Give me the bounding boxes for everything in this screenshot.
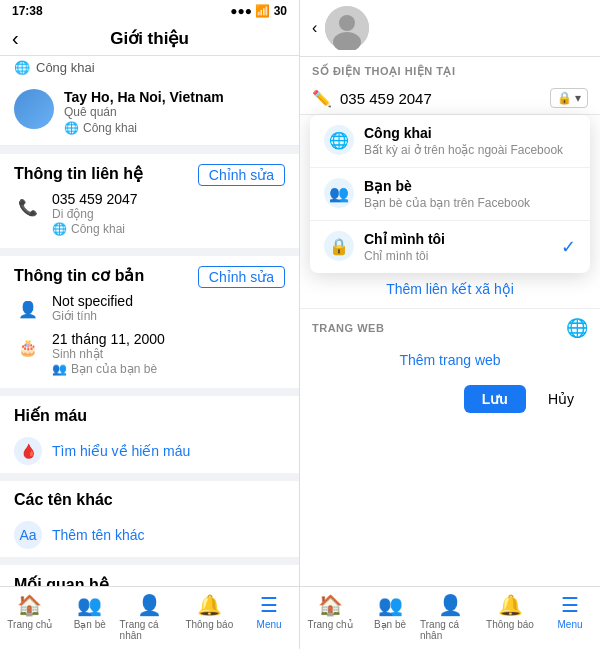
alias-section: Các tên khác Aa Thêm tên khác — [0, 481, 299, 557]
save-button[interactable]: Lưu — [464, 385, 526, 413]
alias-link-row: Aa Thêm tên khác — [14, 517, 285, 553]
nav-notifications[interactable]: 🔔 Thông báo — [179, 593, 239, 641]
privacy-dropdown: 🌐 Công khai Bất kỳ ai ở trên hoặc ngoài … — [310, 115, 590, 273]
globe-icon-small: 🌐 — [64, 121, 79, 135]
nav-home[interactable]: 🏠 Trang chủ — [0, 593, 60, 641]
gender-value: Not specified — [52, 293, 133, 309]
blood-section: Hiến máu 🩸 Tìm hiểu về hiến máu — [0, 396, 299, 473]
status-icons: ●●● 📶 30 — [230, 4, 287, 18]
right-back-button[interactable]: ‹ — [312, 19, 317, 37]
phone-number-display: 035 459 2047 — [340, 90, 542, 107]
gender-row: 👤 Not specified Giới tính — [14, 293, 285, 323]
right-profile-icon: 👤 — [438, 593, 463, 617]
right-nav-friends[interactable]: 👥 Bạn bè — [360, 593, 420, 641]
dropdown-item-friends[interactable]: 👥 Bạn bè Bạn bè của bạn trên Facebook — [310, 168, 590, 221]
nav-notifications-label: Thông báo — [185, 619, 233, 630]
dropdown-arrow: ▾ — [575, 91, 581, 105]
phone-edit-icon[interactable]: ✏️ — [312, 89, 332, 108]
birthday-label: Sinh nhật — [52, 347, 165, 361]
left-header: ‹ Giới thiệu — [0, 22, 299, 56]
only-me-icon: 🔒 — [324, 231, 354, 261]
left-panel: 17:38 ●●● 📶 30 ‹ Giới thiệu 🌐 Công khai … — [0, 0, 300, 649]
relationship-section: Mối quan hệ 🔗 Thêm mối quan hệ — [0, 565, 299, 586]
contact-edit-button[interactable]: Chỉnh sửa — [198, 164, 285, 186]
avatar — [14, 89, 54, 129]
nav-home-label: Trang chủ — [7, 619, 52, 630]
alias-link-icon: Aa — [14, 521, 42, 549]
public-icon: 🌐 — [324, 125, 354, 155]
friends-privacy-icon: 👥 — [324, 178, 354, 208]
nav-friends[interactable]: 👥 Bạn bè — [60, 593, 120, 641]
right-nav-profile[interactable]: 👤 Trang cá nhân — [420, 593, 480, 641]
section-divider-3 — [0, 388, 299, 396]
globe-icon: 🌐 — [14, 60, 30, 75]
section-divider-2 — [0, 248, 299, 256]
blood-link-text[interactable]: Tìm hiểu về hiến máu — [52, 443, 190, 459]
privacy-badge[interactable]: 🔒 ▾ — [550, 88, 588, 108]
phone-privacy: 🌐 Công khai — [52, 222, 138, 236]
right-nav-notifications-label: Thông báo — [486, 619, 534, 630]
friends-icon: 👥 — [77, 593, 102, 617]
right-header-left: ‹ — [312, 6, 369, 50]
public-title: Công khai — [364, 125, 563, 141]
right-content: SỐ ĐIỆN THOẠI HIỆN TẠI ✏️ 035 459 2047 🔒… — [300, 57, 600, 586]
social-link-text[interactable]: Thêm liên kết xã hội — [386, 281, 514, 297]
only-me-info: Chỉ mình tôi Chỉ mình tôi — [364, 231, 445, 263]
location-public-text: Công khai — [36, 60, 95, 75]
right-nav-home[interactable]: 🏠 Trang chủ — [300, 593, 360, 641]
only-me-sub: Chỉ mình tôi — [364, 249, 445, 263]
gender-icon: 👤 — [14, 295, 42, 323]
right-friends-icon: 👥 — [378, 593, 403, 617]
section-divider-4 — [0, 473, 299, 481]
alias-title: Các tên khác — [14, 491, 285, 509]
birthday-info: 21 tháng 11, 2000 Sinh nhật 👥 Bạn của bạ… — [52, 331, 165, 376]
nav-menu[interactable]: ☰ Menu — [239, 593, 299, 641]
basic-info-section: Thông tin cơ bản Chỉnh sửa 👤 Not specifi… — [0, 256, 299, 388]
user-location-sub: Quê quán — [64, 105, 224, 119]
phone-type: Di động — [52, 207, 138, 221]
right-avatar — [325, 6, 369, 50]
web-section-label: TRANG WEB 🌐 — [300, 308, 600, 343]
right-menu-icon: ☰ — [561, 593, 579, 617]
phone-edit-row: ✏️ 035 459 2047 🔒 ▾ — [300, 82, 600, 115]
add-web-link[interactable]: Thêm trang web — [399, 352, 500, 368]
left-bottom-nav: 🏠 Trang chủ 👥 Bạn bè 👤 Trang cá nhân 🔔 T… — [0, 586, 299, 649]
public-info: Công khai Bất kỳ ai ở trên hoặc ngoài Fa… — [364, 125, 563, 157]
user-location-info: Tay Ho, Ha Noi, Vietnam Quê quán 🌐 Công … — [64, 89, 224, 135]
blood-link-icon: 🩸 — [14, 437, 42, 465]
selected-check-icon: ✓ — [561, 236, 576, 258]
phone-info-row: 📞 035 459 2047 Di động 🌐 Công khai — [14, 191, 285, 236]
right-nav-menu-label: Menu — [557, 619, 582, 630]
nav-friends-label: Bạn bè — [74, 619, 106, 630]
menu-icon: ☰ — [260, 593, 278, 617]
back-button[interactable]: ‹ — [12, 27, 19, 50]
only-me-title: Chỉ mình tôi — [364, 231, 445, 247]
cancel-button[interactable]: Hủy — [534, 385, 588, 413]
dropdown-item-public[interactable]: 🌐 Công khai Bất kỳ ai ở trên hoặc ngoài … — [310, 115, 590, 168]
user-location-name: Tay Ho, Ha Noi, Vietnam — [64, 89, 224, 105]
right-header: ‹ — [300, 0, 600, 57]
nav-profile[interactable]: 👤 Trang cá nhân — [120, 593, 180, 641]
gender-info: Not specified Giới tính — [52, 293, 133, 323]
right-nav-menu[interactable]: ☰ Menu — [540, 593, 600, 641]
profile-icon: 👤 — [137, 593, 162, 617]
right-home-icon: 🏠 — [318, 593, 343, 617]
dropdown-item-only-me[interactable]: 🔒 Chỉ mình tôi Chỉ mình tôi ✓ — [310, 221, 590, 273]
right-bottom-nav: 🏠 Trang chủ 👥 Bạn bè 👤 Trang cá nhân 🔔 T… — [300, 586, 600, 649]
right-panel: ‹ SỐ ĐIỆN THOẠI HIỆN TẠI ✏️ 035 459 2047… — [300, 0, 600, 649]
alias-link-text[interactable]: Thêm tên khác — [52, 527, 145, 543]
public-sub: Bất kỳ ai ở trên hoặc ngoài Facebook — [364, 143, 563, 157]
friends-title: Bạn bè — [364, 178, 530, 194]
right-nav-notifications[interactable]: 🔔 Thông báo — [480, 593, 540, 641]
lock-icon: 🔒 — [557, 91, 572, 105]
left-scroll: 🌐 Công khai Tay Ho, Ha Noi, Vietnam Quê … — [0, 56, 299, 586]
basic-info-edit-button[interactable]: Chỉnh sửa — [198, 266, 285, 288]
birthday-privacy: 👥 Bạn của bạn bè — [52, 362, 165, 376]
web-globe-icon[interactable]: 🌐 — [566, 317, 589, 339]
phone-section-label: SỐ ĐIỆN THOẠI HIỆN TẠI — [300, 57, 600, 82]
user-location-row: Tay Ho, Ha Noi, Vietnam Quê quán 🌐 Công … — [0, 79, 299, 146]
section-divider-5 — [0, 557, 299, 565]
page-title: Giới thiệu — [110, 28, 189, 49]
location-public-row: 🌐 Công khai — [0, 56, 299, 79]
section-divider-1 — [0, 146, 299, 154]
